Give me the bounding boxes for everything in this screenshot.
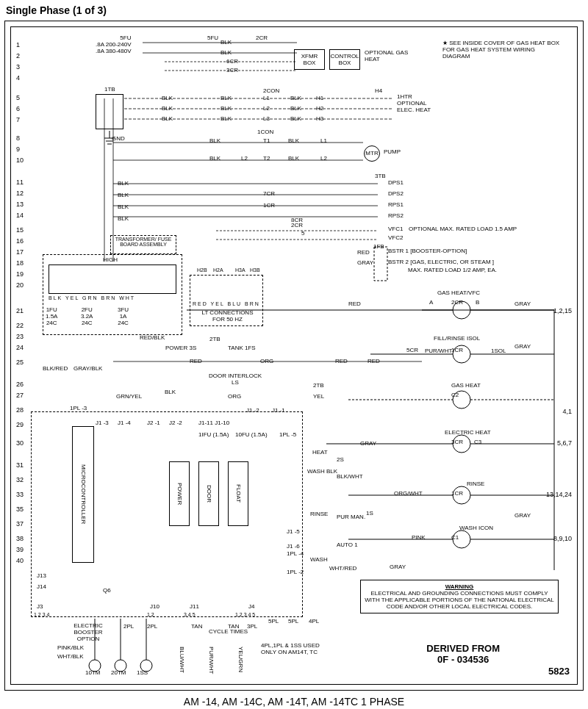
row-33: 33 — [16, 491, 24, 498]
2cr-15: 2CR — [291, 223, 303, 229]
blk-5b: BLK — [220, 96, 232, 102]
j4: J4 — [248, 604, 254, 611]
relay-2cr: 2CR — [451, 300, 463, 306]
20tm: 20TM — [111, 670, 126, 677]
dps2: DPS2 — [388, 191, 404, 198]
gnd-label: GND — [112, 136, 125, 143]
door-block: DOOR — [198, 461, 219, 526]
yel-27: YEL — [313, 394, 324, 400]
row-14: 14 — [16, 212, 24, 219]
pl-2b: 2PL — [147, 624, 157, 630]
blk-top-1: BLK — [220, 40, 232, 46]
h2: H2 — [316, 106, 323, 112]
gray-blk-25: GRAY/BLK — [74, 366, 102, 373]
fu-2: 2FU3.2A24C — [81, 307, 93, 326]
h3b: H3B — [250, 267, 260, 273]
j13: J13 — [37, 573, 46, 580]
iofu: 10FU (1.5A) — [235, 432, 268, 439]
gas-heat-vfc: GAS HEAT/VFC — [437, 290, 480, 297]
pl-5b: 5PL — [288, 619, 298, 625]
1con: 1CON — [257, 129, 273, 136]
pl-5: 5PL — [268, 619, 279, 625]
blk-9c: BLK — [288, 138, 299, 145]
lt-colors: RED YEL BLU BRN — [193, 301, 260, 307]
row-37: 37 — [16, 520, 24, 528]
10tm: 10TM — [85, 670, 100, 677]
tan-1: TAN — [191, 624, 202, 630]
blk-red-25: BLK/RED — [43, 366, 68, 373]
iifu: 1IFU (1.5A) — [198, 432, 229, 439]
2s-term: 2S — [337, 457, 344, 464]
2tb-27: 2TB — [313, 383, 324, 389]
rowref-38: 8,9,10 — [553, 535, 572, 542]
pl-3: 3PL — [247, 624, 257, 630]
relay-1cr-33: 1CR — [451, 491, 463, 497]
power-3s: POWER 3S — [165, 345, 196, 352]
blk-10c: BLK — [288, 156, 299, 162]
red-blk-23: RED/BLK — [140, 335, 165, 342]
optional-gas-heat: OPTIONAL GAS HEAT — [365, 50, 409, 63]
lt-conn-label: LT CONNECTIONS FOR 50 HZ — [196, 310, 259, 323]
gray-19: GRAY — [357, 260, 373, 267]
row-17: 17 — [16, 248, 24, 256]
grn-yel-27: GRN/YEL — [116, 394, 142, 400]
xfmr-fuse-label: TRANSFORMER/ FUSE BOARD ASSEMBLY — [110, 235, 176, 254]
row-22: 22 — [16, 322, 24, 329]
h2b: H2B — [197, 267, 207, 273]
jj-list: J1-11 J1-10 — [198, 420, 229, 427]
l2-6: L2 — [263, 106, 270, 112]
7cr-12: 7CR — [263, 191, 275, 198]
red-24-b: RED — [335, 359, 348, 365]
bstr1: BSTR 1 [BOOSTER-OPTION] — [388, 248, 467, 255]
3cr-top: 3CR — [226, 68, 238, 74]
j10: J10 — [150, 604, 159, 611]
t2-10: T2 — [263, 156, 270, 162]
gas-heat-28: GAS HEAT — [451, 383, 481, 389]
ipl-2: 1PL -2 — [287, 569, 304, 576]
row-15: 15 — [16, 226, 24, 234]
org-wht-33: ORG/WHT — [394, 491, 423, 497]
c1-term: C1 — [451, 535, 459, 541]
row-29: 29 — [16, 421, 24, 428]
ihtr-optional: 1HTR OPTIONAL ELEC. HEAT — [397, 94, 431, 113]
tank-ifs: TANK 1FS — [228, 345, 256, 352]
gray-24r: GRAY — [514, 344, 531, 350]
red-18: RED — [357, 250, 370, 256]
c3-term: C3 — [474, 439, 481, 446]
rowref-33: 13,14,24 — [546, 491, 572, 498]
pink-38: PINK — [412, 535, 426, 541]
power-block: POWER — [169, 461, 190, 526]
j11: J11 — [190, 604, 199, 611]
blk-6: BLK — [162, 106, 173, 112]
h3: H3 — [316, 116, 323, 123]
row-9: 9 — [16, 145, 20, 153]
row-27: 27 — [16, 392, 24, 399]
blk-12: BLK — [118, 192, 129, 199]
row-8: 8 — [16, 134, 20, 142]
row-2: 2 — [16, 52, 20, 60]
row-35: 35 — [16, 505, 24, 513]
row-7: 7 — [16, 116, 20, 123]
1sol-25: 1SOL — [491, 348, 506, 355]
org-27: ORG — [228, 394, 241, 400]
rps1: RPS1 — [388, 202, 404, 209]
l2-10b: L2 — [320, 156, 327, 162]
row-26: 26 — [16, 381, 24, 388]
pur-man: PUR MAN. — [337, 514, 365, 521]
blk-9a: BLK — [209, 138, 220, 145]
j1-4: J1 -4 — [118, 420, 131, 427]
2cr-b: B — [476, 300, 479, 306]
red-24-c: RED — [368, 359, 380, 365]
blk-h1: BLK — [290, 96, 301, 102]
vfc2: VFC2 — [388, 235, 403, 242]
bstr2: BSTR 2 [GAS, ELECTRIC, OR STEAM ] — [388, 259, 494, 266]
pump-label: PUMP — [384, 149, 401, 156]
electric-heat: ELECTRIC HEAT — [445, 430, 491, 436]
row-32: 32 — [16, 476, 24, 483]
fu-1: 1FU1.5A24C — [46, 307, 57, 326]
top-right-note: ★ SEE INSIDE COVER OF GAS HEAT BOX FOR G… — [442, 40, 560, 60]
blk-h3: BLK — [290, 116, 301, 123]
l1-9: L1 — [320, 138, 327, 145]
row-19: 19 — [16, 270, 24, 278]
j1-1: J1 -1 — [272, 408, 285, 414]
